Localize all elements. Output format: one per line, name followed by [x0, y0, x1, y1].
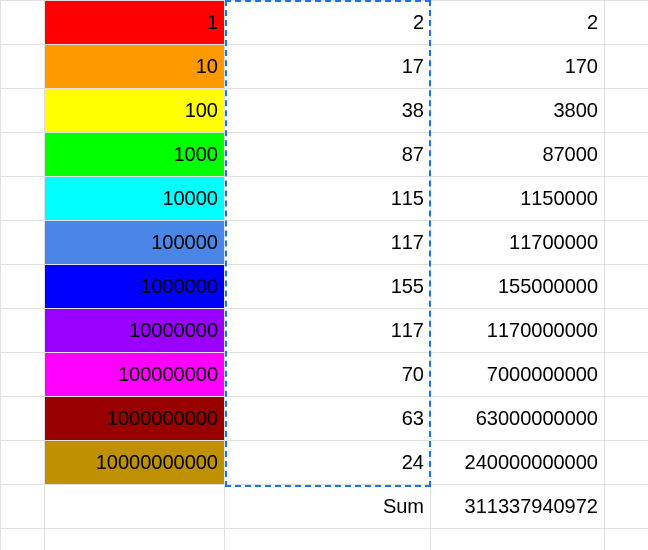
- cell-product[interactable]: 7000000000: [431, 353, 605, 397]
- cell-product[interactable]: 3800: [431, 89, 605, 133]
- cell[interactable]: [1, 441, 45, 485]
- table-row[interactable]: 10000011711700000: [1, 221, 649, 265]
- cell-magnitude[interactable]: 10000000: [45, 309, 225, 353]
- table-row[interactable]: 100001151150000: [1, 177, 649, 221]
- cell-count[interactable]: 38: [225, 89, 431, 133]
- cell[interactable]: [1, 529, 45, 551]
- cell[interactable]: [605, 1, 649, 45]
- table-row[interactable]: 100000001171170000000: [1, 309, 649, 353]
- table-row[interactable]: 1017170: [1, 45, 649, 89]
- cell-product[interactable]: 240000000000: [431, 441, 605, 485]
- cell[interactable]: [1, 221, 45, 265]
- cell-product[interactable]: 170: [431, 45, 605, 89]
- cell-magnitude[interactable]: 10: [45, 45, 225, 89]
- cell-count[interactable]: 24: [225, 441, 431, 485]
- sum-value-cell[interactable]: 311337940972: [431, 485, 605, 529]
- cell[interactable]: [605, 89, 649, 133]
- cell[interactable]: [1, 89, 45, 133]
- table-row[interactable]: 10008787000: [1, 133, 649, 177]
- cell[interactable]: [605, 441, 649, 485]
- cell[interactable]: [225, 529, 431, 551]
- spreadsheet[interactable]: 1221017170100383800100087870001000011511…: [0, 0, 648, 550]
- cell[interactable]: [605, 309, 649, 353]
- cell-count[interactable]: 70: [225, 353, 431, 397]
- cell-count[interactable]: 2: [225, 1, 431, 45]
- grid[interactable]: 1221017170100383800100087870001000011511…: [0, 0, 648, 550]
- cell[interactable]: [605, 45, 649, 89]
- cell-count[interactable]: 115: [225, 177, 431, 221]
- cell-count[interactable]: 87: [225, 133, 431, 177]
- table-row[interactable]: 122: [1, 1, 649, 45]
- table-row[interactable]: 10000000006363000000000: [1, 397, 649, 441]
- cell-count[interactable]: 63: [225, 397, 431, 441]
- cell-magnitude[interactable]: 10000000000: [45, 441, 225, 485]
- cell-magnitude[interactable]: 100000000: [45, 353, 225, 397]
- cell[interactable]: [1, 133, 45, 177]
- cell-product[interactable]: 1170000000: [431, 309, 605, 353]
- cell[interactable]: [1, 485, 45, 529]
- sum-row[interactable]: Sum311337940972: [1, 485, 649, 529]
- cell[interactable]: [605, 529, 649, 551]
- table-row[interactable]: 100000000707000000000: [1, 353, 649, 397]
- cell[interactable]: [1, 177, 45, 221]
- cell-magnitude[interactable]: 100000: [45, 221, 225, 265]
- cell-product[interactable]: 155000000: [431, 265, 605, 309]
- cell-count[interactable]: 117: [225, 309, 431, 353]
- cell[interactable]: [1, 45, 45, 89]
- cell-product[interactable]: 1150000: [431, 177, 605, 221]
- cell-product[interactable]: 87000: [431, 133, 605, 177]
- table-row[interactable]: [1, 529, 649, 551]
- cell-magnitude[interactable]: 10000: [45, 177, 225, 221]
- table-row[interactable]: 100383800: [1, 89, 649, 133]
- cell-magnitude[interactable]: 1000: [45, 133, 225, 177]
- cell-magnitude[interactable]: 1000000000: [45, 397, 225, 441]
- table-row[interactable]: 1000000155155000000: [1, 265, 649, 309]
- cell[interactable]: [1, 265, 45, 309]
- cell-product[interactable]: 11700000: [431, 221, 605, 265]
- cell[interactable]: [1, 353, 45, 397]
- sum-label-cell[interactable]: Sum: [225, 485, 431, 529]
- cell[interactable]: [1, 397, 45, 441]
- cell-magnitude[interactable]: 1: [45, 1, 225, 45]
- cell[interactable]: [1, 1, 45, 45]
- cell-magnitude[interactable]: 1000000: [45, 265, 225, 309]
- cell[interactable]: [45, 485, 225, 529]
- cell[interactable]: [605, 221, 649, 265]
- cell[interactable]: [605, 265, 649, 309]
- cell-count[interactable]: 117: [225, 221, 431, 265]
- cell-product[interactable]: 2: [431, 1, 605, 45]
- cell-count[interactable]: 17: [225, 45, 431, 89]
- cell-count[interactable]: 155: [225, 265, 431, 309]
- cell-product[interactable]: 63000000000: [431, 397, 605, 441]
- cell[interactable]: [431, 529, 605, 551]
- cell[interactable]: [605, 397, 649, 441]
- cell[interactable]: [1, 309, 45, 353]
- cell[interactable]: [605, 353, 649, 397]
- cell[interactable]: [45, 529, 225, 551]
- cell[interactable]: [605, 133, 649, 177]
- table-row[interactable]: 1000000000024240000000000: [1, 441, 649, 485]
- cell[interactable]: [605, 177, 649, 221]
- cell[interactable]: [605, 485, 649, 529]
- cell-magnitude[interactable]: 100: [45, 89, 225, 133]
